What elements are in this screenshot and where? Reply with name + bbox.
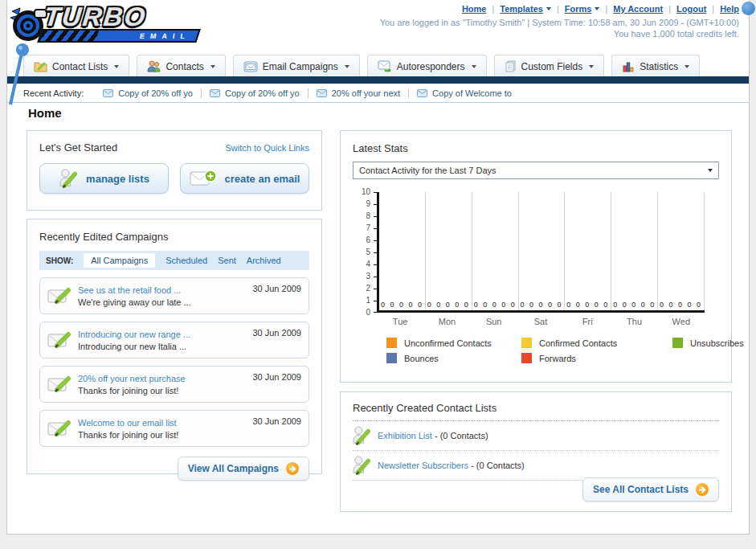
campaign-row[interactable]: 20% off your next purchase Thanks for jo… — [39, 366, 309, 403]
value-labels: 0 0 0 0 0 — [611, 301, 657, 309]
nav-custom-fields[interactable]: Custom Fields — [494, 55, 605, 77]
stats-filter-select[interactable]: Contact Activity for the Last 7 Days — [353, 162, 719, 179]
chevron-down-icon — [114, 65, 119, 68]
value-labels: 0 0 0 0 0 — [658, 301, 704, 309]
link-templates[interactable]: Templates — [500, 4, 551, 14]
contact-lists-title: Recently Created Contact Lists — [353, 402, 719, 421]
nav-contact-lists[interactable]: Contact Lists — [23, 55, 129, 77]
y-tick — [374, 252, 377, 253]
campaigns-box: Recently Edited Campaigns SHOW: All Camp… — [27, 219, 322, 474]
x-tick-label: Fri — [564, 317, 611, 326]
x-tick-label: Thu — [611, 317, 657, 326]
nav-statistics[interactable]: Statistics — [611, 55, 700, 77]
page-title: Home — [28, 106, 62, 120]
value-labels: 0 0 0 0 0 — [472, 301, 518, 309]
create-email-button[interactable]: create an email — [180, 163, 309, 194]
envelope-icon — [417, 89, 427, 97]
legend-item: Bounces — [386, 353, 521, 363]
chart-x-labels: TueMonSunSatFriThuWed — [377, 317, 705, 326]
activity-text: Copy of 20% off yo — [118, 88, 193, 98]
show-label: SHOW: — [46, 256, 73, 265]
envelope-pencil-icon — [47, 330, 72, 350]
campaign-row[interactable]: See us at the retail food ... We're givi… — [39, 277, 309, 314]
see-all-contact-lists-button[interactable]: See All Contact Lists — [582, 477, 719, 502]
folder-edit-icon — [34, 60, 47, 72]
legend-item: Unsubscribes — [672, 338, 744, 348]
campaign-row[interactable]: Welcome to our email list Thanks for joi… — [39, 410, 309, 447]
y-tick — [374, 216, 377, 217]
people-icon — [147, 60, 161, 72]
nav-autoresponders[interactable]: Autoresponders — [367, 55, 487, 77]
legend-label: Unconfirmed Contacts — [404, 338, 492, 348]
tab-sent[interactable]: Sent — [218, 256, 236, 265]
legend-label: Confirmed Contacts — [539, 338, 617, 348]
x-tick-label: Sat — [517, 317, 564, 326]
contact-list-link[interactable]: Newsletter Subscribers — [378, 461, 468, 470]
manage-lists-button[interactable]: manage lists — [39, 163, 169, 194]
link-my-account[interactable]: My Account — [613, 4, 663, 14]
link-help[interactable]: Help — [720, 4, 739, 14]
legend-label: Bounces — [404, 354, 439, 363]
nav-email-campaigns[interactable]: Email Campaigns — [233, 55, 360, 77]
contact-list-link[interactable]: Exhibition List — [378, 431, 432, 440]
y-tick — [374, 289, 377, 289]
activity-text: Copy of Welcome to — [432, 88, 512, 98]
chart-day-group: 0 0 0 0 0 — [611, 192, 658, 310]
campaigns-tabbar: SHOW: All Campaigns Scheduled Sent Archi… — [39, 251, 309, 270]
main-panel: TURBO EMAIL Home Templates Forms My Acco… — [6, 0, 750, 535]
view-all-campaigns-button[interactable]: View All Campaigns — [178, 457, 309, 481]
tab-all-campaigns[interactable]: All Campaigns — [84, 253, 155, 268]
nav-label: Custom Fields — [521, 61, 583, 72]
link-logout[interactable]: Logout — [676, 4, 706, 14]
chevron-down-icon — [589, 65, 594, 68]
y-tick — [374, 228, 377, 229]
latest-stats-title: Latest Stats — [353, 142, 408, 154]
tab-scheduled[interactable]: Scheduled — [166, 256, 207, 265]
link-forms[interactable]: Forms — [565, 4, 600, 14]
main-nav: Contact Lists Contacts Email Campaigns — [23, 55, 700, 77]
y-tick — [374, 192, 377, 193]
tab-archived[interactable]: Archived — [247, 256, 281, 265]
y-tick-label: 1 — [353, 297, 370, 305]
y-tick-label: 4 — [353, 260, 370, 268]
activity-item[interactable]: Copy of 20% off yo — [95, 88, 201, 98]
chart-groups: 0 0 0 0 00 0 0 0 00 0 0 0 00 0 0 0 00 0 … — [379, 192, 705, 310]
y-tick-label: 10 — [353, 188, 370, 196]
contact-activity-chart: 012345678910 0 0 0 0 00 0 0 0 00 0 0 0 0… — [377, 192, 719, 313]
nav-contacts[interactable]: Contacts — [137, 55, 225, 77]
value-labels: 0 0 0 0 0 — [519, 301, 565, 309]
help-bubble-icon[interactable] — [742, 2, 755, 15]
activity-item[interactable]: 20% off your next — [308, 88, 408, 98]
stats-filter-value: Contact Activity for the Last 7 Days — [359, 166, 497, 175]
x-tick-label: Wed — [658, 317, 705, 326]
person-pencil-icon — [353, 425, 370, 446]
campaign-link[interactable]: 20% off your next purchase — [78, 373, 246, 384]
chevron-down-icon — [472, 65, 476, 68]
activity-item[interactable]: Copy of Welcome to — [408, 88, 520, 98]
legend-swatch — [521, 338, 532, 348]
campaign-link[interactable]: Introducing our new range ... — [78, 329, 246, 340]
page-bottom-margin — [0, 535, 756, 549]
chevron-down-icon — [345, 65, 349, 68]
y-tick-label: 8 — [353, 212, 370, 220]
campaign-link[interactable]: Welcome to our email list — [78, 417, 246, 428]
list-item: Newsletter Subscribers - (0 Contacts) — [353, 451, 719, 481]
activity-item[interactable]: Copy of 20% off yo — [201, 88, 308, 98]
list-item: Exhibition List - (0 Contacts) — [353, 421, 719, 451]
chevron-down-icon — [210, 65, 215, 68]
legend-label: Unsubscribes — [690, 338, 744, 348]
nav-label: Email Campaigns — [263, 61, 338, 72]
legend-swatch — [521, 353, 532, 363]
campaign-link[interactable]: See us at the retail food ... — [78, 285, 246, 296]
y-tick-label: 3 — [353, 272, 370, 281]
get-started-title: Let's Get Started — [39, 141, 117, 154]
get-started-box: Let's Get Started Switch to Quick Links … — [27, 130, 322, 211]
nav-label: Contact Lists — [52, 61, 108, 72]
x-tick-label: Mon — [423, 317, 470, 326]
campaign-row[interactable]: Introducing our new range ... Introducin… — [39, 322, 309, 358]
activity-text: Copy of 20% off yo — [225, 88, 300, 98]
link-home[interactable]: Home — [462, 4, 487, 14]
person-pencil-icon — [59, 168, 78, 189]
switch-quick-links[interactable]: Switch to Quick Links — [225, 143, 309, 153]
legend-swatch — [672, 338, 683, 348]
